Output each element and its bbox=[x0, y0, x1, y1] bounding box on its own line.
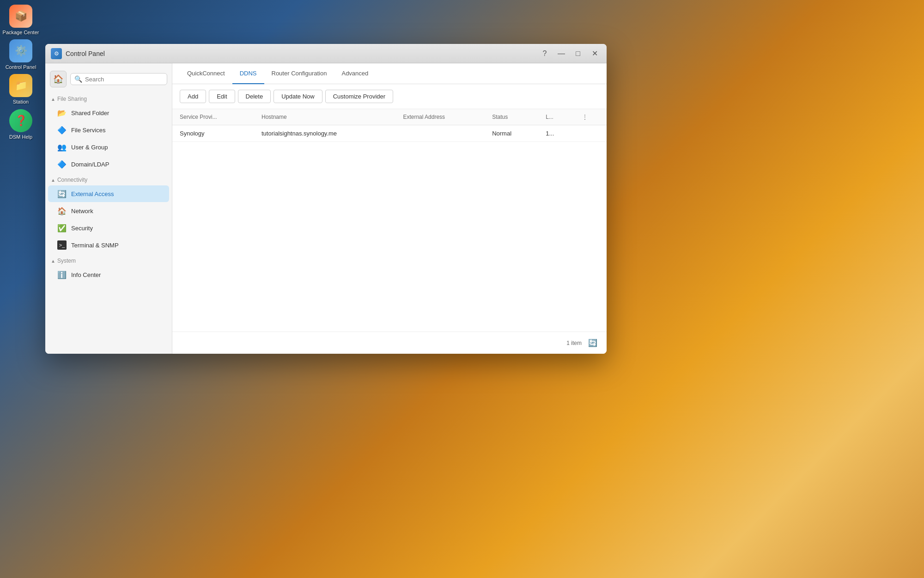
cell-hostname: tutorialsightnas.synology.me bbox=[254, 125, 395, 142]
package-center-icon: 📦 bbox=[9, 5, 32, 28]
close-button[interactable]: ✕ bbox=[588, 47, 601, 60]
content-area: QuickConnect DDNS Router Configuration A… bbox=[172, 63, 607, 354]
security-label: Security bbox=[71, 225, 93, 232]
cell-last: 1... bbox=[538, 125, 575, 142]
tab-quickconnect[interactable]: QuickConnect bbox=[180, 63, 232, 84]
col-hostname: Hostname bbox=[254, 109, 395, 125]
minimize-button[interactable]: — bbox=[555, 47, 568, 60]
col-service-provider: Service Provi... bbox=[172, 109, 254, 125]
tab-bar: QuickConnect DDNS Router Configuration A… bbox=[172, 63, 607, 84]
col-more: ⋮ bbox=[575, 109, 607, 125]
sidebar-item-domain-ldap[interactable]: 🔷 Domain/LDAP bbox=[48, 156, 169, 172]
station-label: Station bbox=[13, 99, 29, 105]
control-panel-window: ⚙ Control Panel ? — □ ✕ 🏠 🔍 ▲ File Shar bbox=[45, 44, 607, 354]
connectivity-label: Connectivity bbox=[57, 177, 87, 183]
sidebar-item-info-center[interactable]: ℹ️ Info Center bbox=[48, 266, 169, 283]
search-box: 🔍 bbox=[70, 73, 167, 85]
col-last: L... bbox=[538, 109, 575, 125]
desktop-icon-control-panel[interactable]: ⚙️ Control Panel bbox=[2, 39, 39, 70]
update-now-button[interactable]: Update Now bbox=[274, 90, 322, 103]
edit-button[interactable]: Edit bbox=[209, 90, 235, 103]
desktop-icon-package-center[interactable]: 📦 Package Center bbox=[2, 5, 39, 36]
station-icon: 📁 bbox=[9, 74, 32, 97]
tab-router-configuration[interactable]: Router Configuration bbox=[264, 63, 334, 84]
info-center-label: Info Center bbox=[71, 271, 101, 278]
network-icon: 🏠 bbox=[57, 206, 67, 215]
security-icon: ✅ bbox=[57, 223, 67, 233]
titlebar: ⚙ Control Panel ? — □ ✕ bbox=[45, 44, 607, 63]
search-icon: 🔍 bbox=[74, 75, 82, 83]
tab-ddns[interactable]: DDNS bbox=[232, 63, 264, 84]
sidebar-top: 🏠 🔍 bbox=[45, 68, 172, 92]
table-footer: 1 item 🔄 bbox=[172, 332, 607, 354]
window-body: 🏠 🔍 ▲ File Sharing 📂 Shared Folder 🔷 Fil… bbox=[45, 63, 607, 354]
help-button[interactable]: ? bbox=[538, 47, 551, 60]
refresh-button[interactable]: 🔄 bbox=[586, 337, 599, 349]
file-sharing-label: File Sharing bbox=[57, 96, 87, 102]
ddns-table: Service Provi... Hostname External Addre… bbox=[172, 109, 607, 142]
file-services-icon: 🔷 bbox=[57, 125, 67, 135]
external-access-icon: 🔄 bbox=[57, 189, 67, 198]
cell-service-provider: Synology bbox=[172, 125, 254, 142]
cell-status: Normal bbox=[485, 125, 538, 142]
sidebar-item-terminal-snmp[interactable]: >_ Terminal & SNMP bbox=[48, 237, 169, 253]
window-title: Control Panel bbox=[66, 50, 538, 57]
desktop-icon-dsm-help[interactable]: ❓ DSM Help bbox=[2, 109, 39, 140]
sidebar-item-security[interactable]: ✅ Security bbox=[48, 220, 169, 236]
cell-more bbox=[575, 125, 607, 142]
info-center-icon: ℹ️ bbox=[57, 270, 67, 279]
desktop-icon-station[interactable]: 📁 Station bbox=[2, 74, 39, 105]
sidebar-item-user-group[interactable]: 👥 User & Group bbox=[48, 139, 169, 155]
user-group-label: User & Group bbox=[71, 144, 108, 151]
delete-button[interactable]: Delete bbox=[238, 90, 271, 103]
table-header-row: Service Provi... Hostname External Addre… bbox=[172, 109, 607, 125]
sidebar-section-connectivity[interactable]: ▲ Connectivity bbox=[45, 173, 172, 185]
maximize-button[interactable]: □ bbox=[571, 47, 584, 60]
home-button[interactable]: 🏠 bbox=[50, 71, 67, 87]
user-group-icon: 👥 bbox=[57, 142, 67, 152]
toolbar: Add Edit Delete Update Now Customize Pro… bbox=[172, 84, 607, 109]
sidebar-section-file-sharing[interactable]: ▲ File Sharing bbox=[45, 92, 172, 104]
sidebar-item-network[interactable]: 🏠 Network bbox=[48, 203, 169, 219]
col-status: Status bbox=[485, 109, 538, 125]
domain-ldap-icon: 🔷 bbox=[57, 160, 67, 169]
ddns-table-container: Service Provi... Hostname External Addre… bbox=[172, 109, 607, 332]
domain-ldap-label: Domain/LDAP bbox=[71, 161, 109, 168]
sidebar-item-shared-folder[interactable]: 📂 Shared Folder bbox=[48, 105, 169, 121]
dsm-help-icon: ❓ bbox=[9, 109, 32, 132]
titlebar-icon: ⚙ bbox=[51, 48, 62, 59]
item-count: 1 item bbox=[566, 340, 582, 346]
file-sharing-chevron: ▲ bbox=[51, 97, 55, 102]
system-chevron: ▲ bbox=[51, 258, 55, 264]
shared-folder-icon: 📂 bbox=[57, 108, 67, 117]
system-label: System bbox=[57, 258, 76, 264]
col-external-address: External Address bbox=[395, 109, 485, 125]
network-label: Network bbox=[71, 208, 93, 215]
external-access-label: External Access bbox=[71, 191, 114, 197]
sidebar-item-external-access[interactable]: 🔄 External Access bbox=[48, 185, 169, 202]
table-row[interactable]: Synology tutorialsightnas.synology.me No… bbox=[172, 125, 607, 142]
add-button[interactable]: Add bbox=[180, 90, 206, 103]
package-center-label: Package Center bbox=[3, 30, 39, 36]
titlebar-controls: ? — □ ✕ bbox=[538, 47, 601, 60]
control-panel-icon: ⚙️ bbox=[9, 39, 32, 62]
sidebar: 🏠 🔍 ▲ File Sharing 📂 Shared Folder 🔷 Fil… bbox=[45, 63, 172, 354]
dsm-help-label: DSM Help bbox=[9, 134, 32, 140]
customize-provider-button[interactable]: Customize Provider bbox=[325, 90, 393, 103]
connectivity-chevron: ▲ bbox=[51, 178, 55, 183]
cell-external-address bbox=[395, 125, 485, 142]
shared-folder-label: Shared Folder bbox=[71, 110, 109, 117]
sidebar-item-file-services[interactable]: 🔷 File Services bbox=[48, 122, 169, 138]
search-input[interactable] bbox=[85, 76, 163, 83]
terminal-snmp-icon: >_ bbox=[57, 240, 67, 250]
desktop-icon-tray: 📦 Package Center ⚙️ Control Panel 📁 Stat… bbox=[0, 0, 42, 145]
tab-advanced[interactable]: Advanced bbox=[334, 63, 376, 84]
file-services-label: File Services bbox=[71, 127, 105, 134]
control-panel-icon-label: Control Panel bbox=[6, 64, 36, 70]
terminal-snmp-label: Terminal & SNMP bbox=[71, 242, 119, 249]
sidebar-section-system[interactable]: ▲ System bbox=[45, 254, 172, 266]
